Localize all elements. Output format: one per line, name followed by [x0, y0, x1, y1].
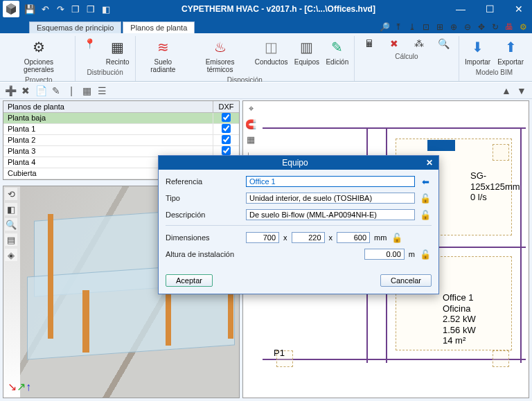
type-label: Tipo [166, 194, 242, 202]
export-icon: ⬆ [501, 37, 520, 57]
enclosure-button[interactable]: ▦Recinto [103, 36, 132, 67]
layers-icon[interactable]: ☰ [96, 84, 108, 97]
desc-input[interactable] [246, 209, 415, 220]
dxf-check[interactable] [222, 124, 231, 133]
nav-down-icon[interactable]: ⤓ [406, 21, 418, 33]
dim-w-input[interactable] [246, 232, 279, 243]
export-button[interactable]: ⬆Exportar [495, 36, 526, 67]
floor-row[interactable]: Planta 1 [3, 124, 239, 135]
floor-row[interactable]: Planta baja [3, 113, 239, 124]
proj-icon[interactable]: ◧ [5, 203, 17, 215]
calc-wand-button[interactable]: ⁂ [407, 36, 431, 51]
zoom-in-icon[interactable]: ⊕ [447, 21, 460, 33]
zoom-out-icon[interactable]: ⊖ [461, 21, 474, 33]
dxf-check[interactable] [222, 146, 231, 155]
dxf-check[interactable] [222, 113, 231, 122]
lock-icon[interactable]: 🔓 [419, 208, 432, 221]
save-icon[interactable]: 💾 [24, 3, 36, 15]
emitters-button[interactable]: ♨Emisores térmicos [189, 36, 251, 75]
redo-icon[interactable]: ↷ [54, 3, 66, 15]
ducts-button[interactable]: ◫Conductos [252, 36, 290, 67]
dim-d-input[interactable] [292, 232, 325, 243]
floor-row[interactable]: Planta 2 [3, 135, 239, 146]
room-type-label: Oficina [443, 303, 470, 314]
ribbon-tabs: Esquemas de principio Planos de planta 🔎… [0, 18, 532, 33]
iso-icon[interactable]: ◈ [5, 249, 17, 261]
floor-list-header: Planos de planta [3, 101, 213, 112]
grid-icon[interactable]: ▦ [80, 84, 93, 97]
floor-name: Planta 2 [3, 135, 213, 145]
dialog-title: Equipo [164, 158, 426, 168]
lock-icon[interactable]: 🔓 [419, 192, 432, 204]
ducts-icon: ◫ [262, 37, 281, 57]
group-label-bim: Modelo BIM [462, 67, 526, 78]
import-button[interactable]: ⬇Importar [462, 36, 493, 67]
collapse-left-icon[interactable]: ▲ [500, 84, 513, 97]
dialog-titlebar[interactable]: Equipo ✕ [159, 156, 438, 170]
orbit-icon[interactable]: ⟲ [5, 188, 17, 200]
grille-label: SG-125x125mm [470, 170, 520, 192]
calc-run-button[interactable]: 🖩 [357, 36, 381, 51]
nav-up-icon[interactable]: ⤒ [392, 21, 405, 33]
minimize-button[interactable]: — [450, 3, 471, 15]
calc-check-button[interactable]: ✖ [382, 36, 406, 51]
pin-icon: 📍 [84, 37, 96, 50]
height-label: Altura de instalación [166, 250, 242, 258]
radiant-button[interactable]: ≋Suelo radiante [139, 36, 188, 75]
copy-icon[interactable]: 📄 [35, 84, 47, 97]
snap-icon[interactable]: ⌖ [245, 103, 257, 115]
zoom-window-icon[interactable]: ⊞ [434, 21, 446, 33]
lock-icon[interactable]: 🔓 [391, 231, 403, 244]
print-icon[interactable]: 🖶 [503, 21, 515, 33]
dim-unit: mm [374, 233, 387, 242]
app-icon [3, 1, 19, 17]
axis-triad: ↘↗↑ [8, 380, 31, 393]
pan-icon[interactable]: ✥ [475, 21, 488, 33]
filter-icon[interactable]: ◧ [100, 3, 112, 15]
add-icon[interactable]: ➕ [4, 84, 17, 97]
edit-icon: ✎ [328, 37, 347, 57]
cube1-icon[interactable]: ❐ [69, 3, 82, 15]
magnifier-icon: 🔍 [438, 37, 450, 50]
flow-label: 0 l/s [470, 192, 487, 202]
magnet-icon[interactable]: 🧲 [245, 118, 257, 130]
tab-floors[interactable]: Planos de planta [123, 21, 195, 33]
app-window: 💾 ↶ ↷ ❐ ❒ ◧ CYPETHERM HVAC - v2017.h - [… [0, 0, 532, 401]
maximize-button[interactable]: ☐ [479, 3, 500, 15]
config-icon[interactable]: ⚙ [517, 21, 529, 33]
desc-label: Descripción [166, 211, 242, 219]
pin-button[interactable]: 📍 [78, 36, 102, 51]
rotate-icon[interactable]: ↻ [489, 21, 502, 33]
dialog-close-icon[interactable]: ✕ [426, 158, 433, 168]
dxf-header: DXF [213, 101, 239, 112]
delete-icon[interactable]: ✖ [19, 84, 32, 97]
equip-button[interactable]: ▥Equipos [292, 36, 322, 67]
grid-toggle-icon[interactable]: ▦ [245, 133, 257, 145]
general-options-button[interactable]: ⚙Opciones generales [6, 36, 72, 75]
lock-icon[interactable]: 🔓 [419, 248, 432, 260]
tab-schemes[interactable]: Esquemas de principio [29, 21, 121, 33]
back-arrow-icon[interactable]: ⬅ [419, 175, 432, 188]
secondary-toolbar: ➕ ✖ 📄 ✎ | ▦ ☰ ▲ ▼ [0, 82, 532, 99]
accept-button[interactable]: Aceptar [166, 274, 213, 287]
enclosure-icon: ▦ [108, 37, 127, 57]
type-input[interactable] [246, 193, 415, 204]
dxf-check[interactable] [222, 135, 231, 144]
ref-input[interactable] [246, 176, 415, 187]
equip-icon: ▥ [297, 37, 317, 57]
binoculars-icon[interactable]: 🔎 [378, 21, 391, 33]
height-input[interactable] [364, 249, 405, 260]
edit-row-icon[interactable]: ✎ [50, 84, 62, 97]
collapse-down-icon[interactable]: ▼ [515, 84, 528, 97]
clip-icon[interactable]: ▤ [5, 233, 17, 246]
dim-h-input[interactable] [337, 232, 370, 243]
close-button[interactable]: ✕ [508, 3, 529, 15]
group-calc: 🖩 ✖ ⁂ 🔍 Cálculo [355, 36, 459, 81]
cancel-button[interactable]: Cancelar [380, 274, 432, 287]
undo-icon[interactable]: ↶ [39, 3, 51, 15]
zoom-extent-icon[interactable]: ⊡ [420, 21, 432, 33]
calc-zoom-button[interactable]: 🔍 [432, 36, 456, 51]
side-zoom-icon[interactable]: 🔍 [5, 218, 17, 231]
cube2-icon[interactable]: ❒ [85, 3, 97, 15]
edit-button[interactable]: ✎Edición [323, 36, 351, 67]
